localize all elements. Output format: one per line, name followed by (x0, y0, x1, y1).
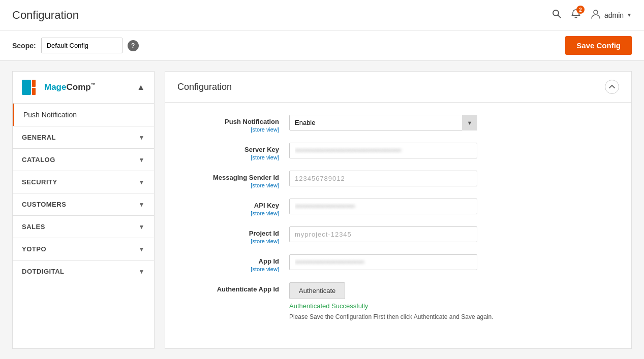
sidebar-section-customers: CUSTOMERS ▼ (13, 193, 154, 215)
messaging-sender-id-input[interactable] (289, 171, 477, 186)
project-id-label-group: Project Id [store view] (177, 226, 289, 244)
scope-bar: Scope: Default Config ? Save Config (0, 30, 644, 61)
app-id-input[interactable] (289, 254, 477, 270)
authenticate-app-id-label-group: Authenticate App Id (177, 282, 289, 293)
messaging-sender-id-label: Messaging Sender Id (177, 174, 279, 181)
sidebar-logo[interactable]: MageComp™ ▲ (13, 72, 154, 104)
server-key-label: Server Key (177, 146, 279, 153)
sidebar-section-label-customers: CUSTOMERS (22, 201, 66, 208)
server-key-label-group: Server Key [store view] (177, 143, 289, 160)
authenticate-app-id-label: Authenticate App Id (177, 285, 279, 293)
logo-icon (22, 80, 40, 95)
user-menu[interactable]: admin ▼ (590, 8, 632, 22)
app-id-label-group: App Id [store view] (177, 254, 289, 272)
messaging-sender-id-control (289, 171, 601, 186)
api-key-sub-label: [store view] (177, 210, 279, 216)
content-collapse-icon[interactable] (605, 80, 619, 94)
scope-left: Scope: Default Config ? (12, 38, 139, 53)
form-row-server-key: Server Key [store view] (177, 143, 601, 160)
scope-select[interactable]: Default Config (41, 38, 122, 53)
chevron-down-icon-dotdigital: ▼ (139, 268, 145, 275)
user-dropdown-arrow: ▼ (627, 12, 632, 18)
api-key-label-group: API Key [store view] (177, 199, 289, 216)
sidebar-section-general: GENERAL ▼ (13, 126, 154, 148)
app-id-control (289, 254, 601, 270)
push-notification-select-wrapper: Enable Disable ▼ (289, 115, 477, 130)
server-key-sub-label: [store view] (177, 154, 279, 160)
sidebar-section-header-yotpo[interactable]: YOTPO ▼ (13, 238, 154, 260)
svg-rect-4 (32, 80, 36, 87)
main-layout: MageComp™ ▲ Push Notification GENERAL ▼ … (0, 61, 644, 359)
form-row-app-id: App Id [store view] (177, 254, 601, 272)
sidebar-section-header-sales[interactable]: SALES ▼ (13, 216, 154, 238)
sidebar-section-header-general[interactable]: GENERAL ▼ (13, 126, 154, 148)
push-notification-label-group: Push Notification [store view] (177, 115, 289, 133)
notification-badge: 2 (576, 6, 585, 14)
search-icon[interactable] (551, 9, 562, 21)
sidebar-section-header-customers[interactable]: CUSTOMERS ▼ (13, 193, 154, 215)
logo-text: MageComp™ (44, 82, 96, 92)
notification-button[interactable]: 2 (571, 9, 581, 21)
messaging-sender-id-sub-label: [store view] (177, 182, 279, 188)
authenticate-app-id-control: Authenticate Authenticated Successfully … (289, 282, 601, 321)
sidebar-section-header-dotdigital[interactable]: DOTDIGITAL ▼ (13, 260, 154, 282)
chevron-down-icon-yotpo: ▼ (139, 246, 145, 253)
push-notification-label: Push Notification (177, 118, 279, 125)
sidebar-collapse-icon[interactable]: ▲ (137, 83, 145, 92)
help-icon[interactable]: ? (128, 40, 139, 51)
authenticate-button[interactable]: Authenticate (289, 282, 345, 299)
sidebar-section-label-dotdigital: DOTDIGITAL (22, 268, 64, 275)
chevron-down-icon-catalog: ▼ (139, 156, 145, 164)
server-key-control (289, 143, 601, 158)
sidebar-section-label-catalog: CATALOG (22, 156, 55, 164)
svg-rect-5 (32, 88, 36, 95)
sidebar-section-dotdigital: DOTDIGITAL ▼ (13, 260, 154, 282)
auth-note: Please Save the Configuration First then… (289, 312, 601, 321)
chevron-down-icon-security: ▼ (139, 179, 145, 186)
app-id-sub-label: [store view] (177, 266, 279, 272)
logo-image: MageComp™ (22, 80, 96, 95)
sidebar-section-header-catalog[interactable]: CATALOG ▼ (13, 149, 154, 171)
configuration-form: Push Notification [store view] Enable Di… (165, 103, 631, 344)
push-notification-sub-label: [store view] (177, 126, 279, 133)
server-key-input[interactable] (289, 143, 477, 158)
project-id-input[interactable] (289, 226, 477, 242)
chevron-down-icon-sales: ▼ (139, 223, 145, 231)
content-title: Configuration (177, 82, 232, 92)
sidebar-section-label-security: SECURITY (22, 178, 57, 186)
page-title: Configuration (12, 9, 79, 22)
api-key-label: API Key (177, 202, 279, 209)
user-name: admin (604, 11, 624, 19)
sidebar-section-security: SECURITY ▼ (13, 171, 154, 193)
auth-success-message: Authenticated Successfully (289, 302, 601, 310)
form-row-messaging-sender-id: Messaging Sender Id [store view] (177, 171, 601, 188)
push-notification-control: Enable Disable ▼ (289, 115, 601, 130)
svg-point-2 (594, 10, 598, 14)
content-header: Configuration (165, 72, 631, 103)
scope-label: Scope: (12, 42, 36, 50)
sidebar-section-sales: SALES ▼ (13, 215, 154, 238)
form-row-project-id: Project Id [store view] (177, 226, 601, 244)
header: Configuration 2 admin ▼ (0, 0, 644, 30)
content-panel: Configuration Push Notification [store v… (165, 71, 632, 349)
project-id-label: Project Id (177, 230, 279, 237)
save-config-button[interactable]: Save Config (565, 36, 632, 55)
chevron-down-icon: ▼ (139, 134, 145, 141)
sidebar-section-label-general: GENERAL (22, 134, 56, 141)
sidebar-section-yotpo: YOTPO ▼ (13, 238, 154, 260)
sidebar: MageComp™ ▲ Push Notification GENERAL ▼ … (12, 71, 155, 349)
app-id-label: App Id (177, 257, 279, 265)
project-id-control (289, 226, 601, 242)
form-row-authenticate-app-id: Authenticate App Id Authenticate Authent… (177, 282, 601, 321)
sidebar-section-label-yotpo: YOTPO (22, 245, 46, 253)
svg-line-1 (558, 15, 561, 18)
sidebar-item-push-notification[interactable]: Push Notification (13, 104, 154, 126)
sidebar-section-header-security[interactable]: SECURITY ▼ (13, 171, 154, 193)
form-row-push-notification: Push Notification [store view] Enable Di… (177, 115, 601, 133)
api-key-input[interactable] (289, 199, 477, 214)
sidebar-section-catalog: CATALOG ▼ (13, 148, 154, 171)
push-notification-select[interactable]: Enable Disable (289, 115, 477, 130)
messaging-sender-id-label-group: Messaging Sender Id [store view] (177, 171, 289, 188)
chevron-down-icon-customers: ▼ (139, 201, 145, 208)
sidebar-section-label-sales: SALES (22, 223, 45, 231)
